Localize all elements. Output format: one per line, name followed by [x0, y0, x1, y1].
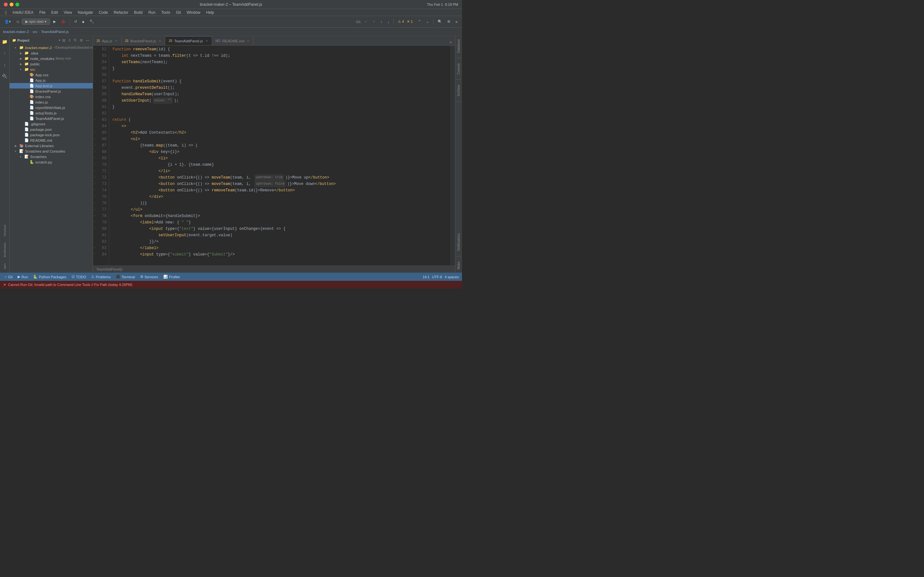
tree-readme[interactable]: 📄 README.md [10, 137, 93, 143]
menu-code[interactable]: Code [96, 10, 111, 15]
sidebar-layout-btn[interactable]: ⊞ [61, 37, 66, 43]
menu-apple[interactable]:  [3, 9, 9, 16]
st-arrow [25, 111, 29, 115]
code-content[interactable]: function removeTeam(id) { let nextTeams … [109, 45, 451, 266]
npm-icon-left[interactable]: npm [2, 262, 8, 271]
debug-button[interactable]: 🐞 [59, 19, 67, 25]
tree-rwv[interactable]: 📄 reportWebVitals.js [10, 105, 93, 110]
bottom-services[interactable]: ⚙ Services [139, 275, 160, 279]
bookmarks-icon[interactable]: Bookmarks [2, 242, 8, 258]
tree-bracketpanel[interactable]: 📄 BracketPanel.js [10, 89, 93, 94]
tree-root[interactable]: ▾ 📁 bracket-maker-2 ~/Desktop/IntelliJ/b… [10, 45, 93, 50]
tree-src[interactable]: ▾ 📁 src [10, 67, 93, 72]
run-button[interactable]: ▶ [51, 19, 58, 25]
bottom-terminal[interactable]: ⬛ Terminal [115, 275, 136, 279]
tree-setup[interactable]: 📄 setupTests.js [10, 110, 93, 116]
tree-teamaddpanel[interactable]: 📄 TeamAddPanel.js [10, 116, 93, 121]
tab-teamaddpanel[interactable]: JS TeamAddPanel.js ✕ [165, 36, 212, 45]
tree-ext-libs[interactable]: ▶ 📚 External Libraries [10, 143, 93, 148]
bottom-git[interactable]: ⑂ Git [3, 275, 14, 279]
settings-button[interactable]: ⚙ [445, 19, 452, 25]
build-button[interactable]: 🔨 [87, 19, 96, 25]
bottom-profiler[interactable]: 📊 Profiler [162, 275, 182, 279]
git-check2[interactable]: ✓ [371, 19, 377, 25]
npm-run-button[interactable]: ▶ npm start ▾ [22, 19, 50, 25]
minimize-button[interactable] [10, 3, 13, 6]
project-icon[interactable]: 📁 [1, 38, 9, 45]
tree-idea[interactable]: ▶ 📁 .idea [10, 50, 93, 56]
tree-app-css[interactable]: 🎨 App.css [10, 72, 93, 77]
right-tab-sciview[interactable]: SciView [456, 83, 461, 98]
git-check1[interactable]: ✓ [363, 19, 369, 25]
tree-package-lock[interactable]: 📄 package-lock.json [10, 132, 93, 137]
commit-icon[interactable]: ↑ [2, 49, 7, 57]
tab-tap-close[interactable]: ✕ [205, 39, 208, 43]
search-button[interactable]: 🔍 [436, 19, 444, 25]
tree-scratches[interactable]: ▾ 📝 Scratches [10, 154, 93, 159]
tab-more-btn[interactable]: ≡ [449, 39, 452, 45]
tree-package-json[interactable]: 📄 package.json [10, 127, 93, 132]
tab-appjs-close[interactable]: ✕ [114, 39, 118, 43]
tree-node-modules[interactable]: ▶ 📁 node_modules library root [10, 56, 93, 61]
traffic-lights[interactable] [4, 3, 19, 6]
pull-requests-icon[interactable]: ↕ [2, 61, 7, 69]
more-button[interactable]: ≡ [454, 19, 459, 25]
tree-index-js[interactable]: 📄 index.js [10, 99, 93, 105]
stop-button[interactable]: ■ [80, 19, 86, 25]
menu-git[interactable]: Git [173, 10, 183, 15]
sidebar-settings-btn[interactable]: ⚙ [79, 37, 84, 43]
collapse-button[interactable]: ⌄ [424, 19, 431, 25]
tree-public[interactable]: ▶ 📁 public [10, 61, 93, 67]
menu-window[interactable]: Window [184, 10, 203, 15]
menu-file[interactable]: File [37, 10, 48, 15]
tree-app-test-js[interactable]: 📄 App.test.js [10, 83, 93, 89]
tree-app-js[interactable]: 📄 App.js [10, 77, 93, 83]
profile-button[interactable]: 👤▾ [3, 19, 13, 25]
right-tab-notifications[interactable]: Notifications [456, 231, 461, 253]
breadcrumb-file[interactable]: TeamAddPanel.js [41, 30, 69, 34]
tab-rm-close[interactable]: ✕ [246, 39, 250, 43]
menu-help[interactable]: Help [204, 10, 216, 15]
breadcrumb-src[interactable]: src [33, 30, 37, 34]
bottom-problems[interactable]: ⚠ Problems [90, 275, 111, 279]
menu-run[interactable]: Run [145, 10, 158, 15]
sidebar-collapse-btn[interactable]: ⇱ [73, 37, 78, 43]
menu-tools[interactable]: Tools [158, 10, 173, 15]
bp-label: BracketPanel.js [35, 89, 61, 93]
tree-scratch-py[interactable]: 🐍 scratch.py [10, 159, 93, 165]
warnings-button[interactable]: ⚠ 4 ✕ 1 [396, 19, 415, 25]
tree-gitignore[interactable]: 📄 .gitignore [10, 121, 93, 127]
plugins-icon[interactable]: 🔌 [1, 73, 9, 80]
code-editor[interactable]: ·52 53 54 55 56 ·57 58 59 60 61 62 ·63 6… [93, 45, 455, 266]
git-update[interactable]: ↓ [386, 19, 391, 25]
breadcrumb-project[interactable]: bracket-maker-2 [3, 30, 29, 34]
structure-icon[interactable]: Structure [2, 223, 8, 238]
sidebar-hide-btn[interactable]: — [85, 37, 90, 43]
bottom-todo[interactable]: ☑ TODO [70, 275, 87, 279]
tree-scratches-consoles[interactable]: ▾ 📝 Scratches and Consoles [10, 148, 93, 154]
expand-button[interactable]: ⌃ [416, 19, 423, 25]
right-tab-commit[interactable]: Commit [456, 61, 461, 76]
right-tab-database[interactable]: Database [456, 37, 461, 55]
bottom-python[interactable]: 🐍 Python Packages [32, 275, 68, 279]
menu-build[interactable]: Build [132, 10, 145, 15]
close-button[interactable] [4, 3, 8, 6]
menu-refactor[interactable]: Refactor [111, 10, 131, 15]
tab-readme[interactable]: MD README.md ✕ [212, 36, 254, 45]
tab-bp-close[interactable]: ✕ [158, 39, 162, 43]
tree-index-css[interactable]: 🎨 index.css [10, 94, 93, 99]
sidebar-expand-btn[interactable]: ⇳ [67, 37, 72, 43]
menu-view[interactable]: View [61, 10, 75, 15]
code-line-70: {i + 1}. {team.name} [112, 161, 447, 168]
menu-intellij[interactable]: IntelliJ IDEA [10, 10, 36, 15]
maximize-button[interactable] [15, 3, 19, 6]
tab-bracketpanel[interactable]: JS BracketPanel.js ✕ [121, 36, 166, 45]
git-push[interactable]: ↑ [379, 19, 384, 25]
nav-back-button[interactable]: ◁ [14, 19, 21, 25]
bottom-run[interactable]: ▶ Run [16, 275, 29, 279]
tab-app-js[interactable]: JS App.js ✕ [93, 36, 121, 45]
menu-navigate[interactable]: Navigate [75, 10, 95, 15]
menu-edit[interactable]: Edit [49, 10, 61, 15]
right-tab-make[interactable]: Make [456, 259, 461, 271]
refresh-button[interactable]: ↺ [72, 19, 79, 25]
